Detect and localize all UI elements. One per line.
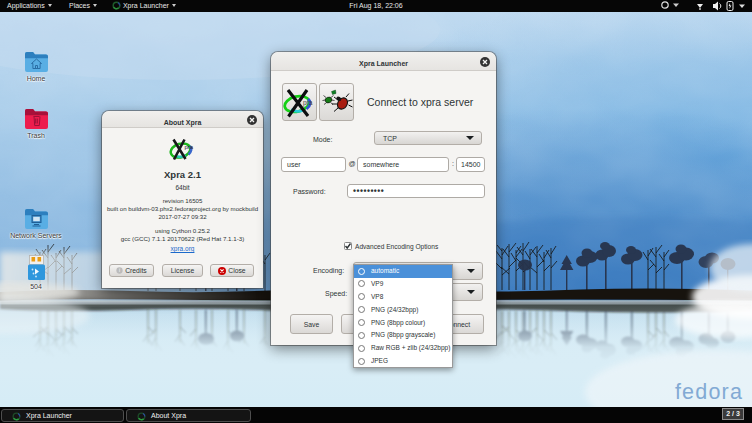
- svg-text:pra: pra: [303, 99, 313, 107]
- svg-text:pra: pra: [184, 144, 193, 150]
- svg-text:i: i: [119, 268, 120, 273]
- svg-text:fedora: fedora: [675, 380, 743, 404]
